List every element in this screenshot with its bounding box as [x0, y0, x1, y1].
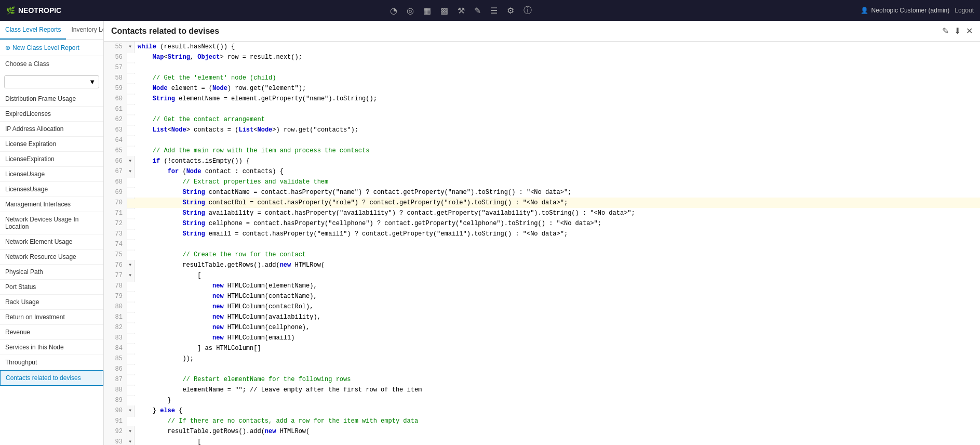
grid-icon[interactable]: ▦ [423, 6, 431, 16]
tools-icon[interactable]: ⚒ [458, 6, 465, 16]
line-number-90: 90 [104, 405, 127, 416]
user-info: 👤 Neotropic Customer (admin) Logout [861, 7, 974, 14]
wrench-icon[interactable]: ✎ [474, 6, 481, 16]
code-editor[interactable]: 55▾while (result.hasNext()) {56 Map<Stri… [104, 42, 980, 445]
line-number-76: 76 [104, 260, 127, 270]
line-arrow-82 [127, 322, 135, 323]
sidebar-item-distribution-frame-usage[interactable]: Distribution Frame Usage [0, 91, 103, 107]
line-number-58: 58 [104, 73, 127, 83]
sidebar-item-return-on-investment[interactable]: Return on Investment [0, 310, 103, 325]
line-number-83: 83 [104, 333, 127, 343]
sidebar-item-expired-licenses[interactable]: ExpiredLicenses [0, 107, 103, 122]
sidebar-item-license-expiration-2[interactable]: LicenseExpiration [0, 152, 103, 167]
edit-icon[interactable]: ✎ [942, 26, 949, 36]
line-content-71: String availability = contact.hasPropert… [135, 208, 980, 218]
sidebar-item-license-expiration[interactable]: License Expiration [0, 137, 103, 152]
code-line-93: 93▾ [ [104, 437, 980, 445]
class-dropdown[interactable]: ▼ [4, 75, 99, 88]
line-content-74 [135, 239, 980, 240]
compass-icon[interactable]: ◔ [390, 6, 397, 16]
line-content-65: // Add the main row with the item and pr… [135, 146, 980, 156]
line-arrow-75 [127, 250, 135, 251]
line-arrow-72 [127, 218, 135, 219]
line-number-74: 74 [104, 239, 127, 250]
line-arrow-77: ▾ [127, 270, 135, 281]
line-arrow-88 [127, 385, 135, 386]
settings-icon[interactable]: ⚙ [507, 6, 514, 16]
line-content-61 [135, 104, 980, 105]
sidebar-item-rack-usage[interactable]: Rack Usage [0, 295, 103, 310]
sidebar-item-network-devices-usage-location[interactable]: Network Devices Usage In Location [0, 212, 103, 234]
line-arrow-90: ▾ [127, 405, 135, 416]
list-icon[interactable]: ☰ [490, 6, 498, 16]
line-content-63: List<Node> contacts = (List<Node>) row.g… [135, 125, 980, 135]
tab-inventory-level[interactable]: Inventory Level Reports [66, 21, 104, 40]
line-arrow-91 [127, 416, 135, 417]
info-icon[interactable]: ⓘ [523, 5, 532, 16]
table-icon[interactable]: ▩ [440, 6, 448, 16]
sidebar: Class Level Reports Inventory Level Repo… [0, 21, 104, 445]
line-content-59: Node element = (Node) row.get("element")… [135, 83, 980, 94]
line-number-91: 91 [104, 416, 127, 426]
target-icon[interactable]: ◎ [407, 6, 414, 16]
code-line-58: 58 // Get the 'element' node (child) [104, 73, 980, 83]
line-number-93: 93 [104, 437, 127, 445]
line-content-81: new HTMLColumn(availability), [135, 312, 980, 322]
code-line-66: 66▾ if (!contacts.isEmpty()) { [104, 156, 980, 166]
code-line-64: 64 [104, 135, 980, 146]
line-content-72: String cellphone = contact.hasProperty("… [135, 218, 980, 229]
sidebar-item-port-status[interactable]: Port Status [0, 280, 103, 295]
line-content-66: if (!contacts.isEmpty()) { [135, 156, 980, 166]
code-line-81: 81 new HTMLColumn(availability), [104, 312, 980, 322]
line-content-82: new HTMLColumn(cellphone), [135, 322, 980, 333]
line-arrow-71 [127, 208, 135, 209]
line-arrow-65 [127, 146, 135, 147]
line-arrow-63 [127, 125, 135, 126]
sidebar-item-network-resource-usage[interactable]: Network Resource Usage [0, 250, 103, 265]
sidebar-item-ip-address-allocation[interactable]: IP Address Allocation [0, 122, 103, 137]
line-content-85: )); [135, 354, 980, 364]
line-arrow-64 [127, 135, 135, 136]
line-arrow-92: ▾ [127, 426, 135, 437]
code-line-60: 60 String elementName = element.getPrope… [104, 94, 980, 104]
sidebar-item-services-in-this-node[interactable]: Services in this Node [0, 340, 103, 355]
page-title: Contacts related to devises [111, 27, 219, 36]
line-arrow-87 [127, 374, 135, 375]
line-number-73: 73 [104, 229, 127, 239]
code-line-75: 75 // Create the row for the contact [104, 250, 980, 260]
new-report-button[interactable]: ⊕ New Class Level Report [0, 40, 103, 56]
line-arrow-78 [127, 281, 135, 282]
code-line-89: 89 } [104, 395, 980, 405]
sidebar-item-management-interfaces[interactable]: Management Interfaces [0, 197, 103, 212]
close-icon[interactable]: ✕ [966, 26, 973, 36]
sidebar-item-physical-path[interactable]: Physical Path [0, 265, 103, 280]
logout-link[interactable]: Logout [955, 7, 974, 14]
line-arrow-83 [127, 333, 135, 334]
logo-text: NEOTROPIC [18, 6, 61, 15]
sidebar-item-contacts-related-to-devises[interactable]: Contacts related to devises [0, 370, 103, 386]
line-content-75: // Create the row for the contact [135, 250, 980, 260]
sidebar-item-network-element-usage[interactable]: Network Element Usage [0, 234, 103, 250]
sidebar-list: Distribution Frame UsageExpiredLicensesI… [0, 91, 103, 445]
main-layout: Class Level Reports Inventory Level Repo… [0, 21, 980, 445]
line-content-60: String elementName = element.getProperty… [135, 94, 980, 104]
line-arrow-66: ▾ [127, 156, 135, 166]
sidebar-item-licenses-usage[interactable]: LicensesUsage [0, 182, 103, 197]
code-line-59: 59 Node element = (Node) row.get("elemen… [104, 83, 980, 94]
line-number-72: 72 [104, 218, 127, 229]
download-icon[interactable]: ⬇ [954, 26, 961, 36]
line-number-55: 55 [104, 42, 127, 52]
line-number-79: 79 [104, 291, 127, 302]
tab-class-level[interactable]: Class Level Reports [0, 21, 66, 40]
line-content-68: // Extract properties and validate them [135, 177, 980, 187]
code-line-85: 85 )); [104, 354, 980, 364]
code-line-65: 65 // Add the main row with the item and… [104, 146, 980, 156]
sidebar-item-throughput[interactable]: Throughput [0, 355, 103, 370]
sidebar-item-license-usage[interactable]: LicenseUsage [0, 167, 103, 182]
line-arrow-67: ▾ [127, 166, 135, 177]
line-number-61: 61 [104, 104, 127, 114]
sidebar-item-revenue[interactable]: Revenue [0, 325, 103, 340]
code-line-92: 92▾ resultTable.getRows().add(new HTMLRo… [104, 426, 980, 437]
code-line-71: 71 String availability = contact.hasProp… [104, 208, 980, 218]
code-line-77: 77▾ [ [104, 270, 980, 281]
